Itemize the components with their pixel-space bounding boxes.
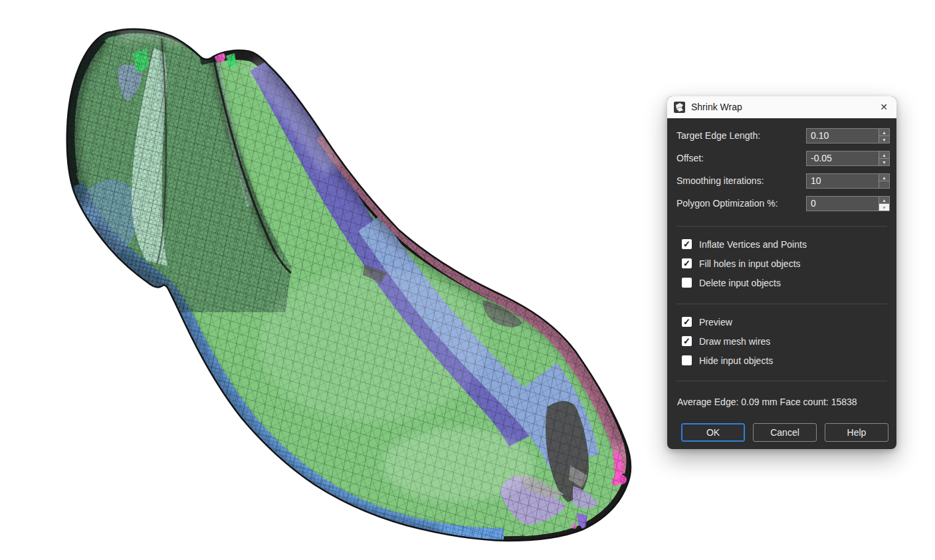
field-label-target-edge-length: Target Edge Length:	[676, 128, 760, 143]
spinner: ▲ ▼	[879, 151, 889, 165]
field-label-offset: Offset:	[676, 151, 704, 166]
cancel-button[interactable]: Cancel	[753, 423, 817, 442]
spinner: ▲ ▼	[879, 129, 889, 143]
spin-down-icon[interactable]: ▼	[879, 204, 889, 211]
dialog-titlebar[interactable]: Shrink Wrap ✕	[667, 96, 896, 118]
screenshot-stage: Shrink Wrap ✕ Target Edge Length: 0.10 ▲…	[0, 0, 935, 560]
ok-button[interactable]: OK	[681, 423, 745, 442]
checkbox[interactable]: ✓	[682, 239, 692, 249]
separator	[676, 226, 887, 227]
field-label-smoothing-iterations: Smoothing iterations:	[676, 173, 764, 189]
model-3d-viewport[interactable]	[0, 0, 665, 560]
spin-up-icon[interactable]: ▲	[879, 197, 889, 204]
checkbox[interactable]: ✓	[682, 317, 692, 327]
spinner: ▲ ▼	[879, 197, 889, 211]
spinner: ▲ ▼	[879, 174, 889, 188]
field-label-polygon-optimization: Polygon Optimization %:	[676, 196, 778, 211]
checkbox[interactable]: ✓	[682, 336, 692, 346]
help-button[interactable]: Help	[825, 423, 888, 442]
offset-input[interactable]: -0.05 ▲ ▼	[806, 151, 890, 166]
spin-up-icon[interactable]: ▲	[879, 174, 889, 181]
spin-up-icon[interactable]: ▲	[879, 129, 889, 136]
separator	[676, 381, 887, 381]
shrink-wrap-icon	[674, 102, 685, 113]
separator	[676, 304, 887, 304]
target-edge-length-input[interactable]: 0.10 ▲ ▼	[806, 128, 890, 143]
check-icon: ✓	[683, 239, 690, 249]
checkbox[interactable]: ✓	[682, 258, 692, 268]
status-text: Average Edge: 0.09 mm Face count: 15838	[677, 397, 857, 407]
spin-down-icon[interactable]: ▼	[879, 181, 889, 188]
spin-down-icon[interactable]: ▼	[879, 159, 889, 165]
checkbox[interactable]: ✓	[682, 278, 692, 288]
smoothing-iterations-input[interactable]: 10 ▲ ▼	[806, 173, 890, 189]
spin-down-icon[interactable]: ▼	[879, 136, 889, 143]
checkbox[interactable]: ✓	[682, 355, 692, 365]
shrink-wrap-dialog: Shrink Wrap ✕ Target Edge Length: 0.10 ▲…	[667, 96, 896, 449]
check-icon: ✓	[683, 336, 690, 346]
shoe-last-mesh-render	[0, 0, 665, 560]
check-icon: ✓	[683, 317, 690, 327]
close-icon[interactable]: ✕	[880, 96, 888, 118]
dialog-title: Shrink Wrap	[691, 96, 742, 118]
spin-up-icon[interactable]: ▲	[879, 151, 889, 159]
check-icon: ✓	[683, 258, 690, 268]
polygon-optimization-input[interactable]: 0 ▲ ▼	[806, 196, 890, 211]
